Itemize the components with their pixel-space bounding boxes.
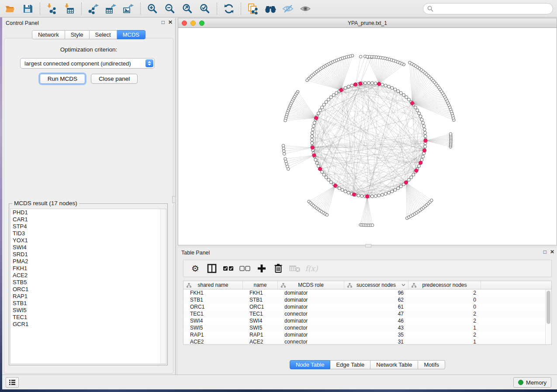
network-node[interactable] [335, 92, 338, 95]
mcds-result-item[interactable]: GCR1 [10, 321, 166, 328]
delete-column-button[interactable] [272, 262, 285, 275]
cell-MCDS-role[interactable]: dominator [278, 317, 344, 324]
show-panels-menu-button[interactable] [6, 377, 19, 388]
network-node[interactable] [387, 85, 391, 88]
window-minimize-traffic-light[interactable] [190, 21, 196, 26]
cell-MCDS-role[interactable]: dominator [278, 303, 344, 310]
mcds-result-item[interactable]: ORC1 [10, 286, 166, 293]
network-node[interactable] [420, 118, 423, 121]
cell-name[interactable]: TEC1 [243, 310, 278, 317]
cell-name[interactable]: ORC1 [243, 303, 278, 310]
open-file-button[interactable] [2, 1, 19, 16]
network-hub-node[interactable] [377, 82, 381, 86]
network-hub-node[interactable] [352, 193, 356, 196]
select-all-checkboxes-button[interactable] [222, 262, 235, 275]
network-node[interactable] [412, 173, 415, 176]
float-panel-icon[interactable]: □ [162, 19, 165, 25]
mcds-result-item[interactable]: ACE2 [10, 272, 166, 279]
cell-predecessor-nodes[interactable]: 2 [408, 289, 481, 296]
network-node[interactable] [329, 96, 332, 99]
network-leaf-node[interactable] [287, 168, 290, 171]
cell-name[interactable]: SWI5 [243, 324, 278, 331]
table-row-ORC1[interactable]: ORC1ORC1dominator610 [183, 303, 545, 310]
cell-predecessor-nodes[interactable]: 1 [408, 324, 481, 331]
show-column-button[interactable] [205, 262, 218, 275]
mcds-result-item[interactable]: SRD1 [10, 251, 166, 258]
cell-predecessor-nodes[interactable]: 1 [408, 338, 481, 344]
mcds-result-list[interactable]: PHD1CAR1STP4TID3YOX1SWI4SRD1PMA2FKH1ACE2… [10, 209, 166, 364]
network-node[interactable] [422, 121, 425, 124]
tab-edge-table[interactable]: Edge Table [330, 360, 370, 369]
save-session-button[interactable] [19, 1, 37, 16]
network-hub-node[interactable] [422, 149, 426, 152]
cell-successor-nodes[interactable]: 43 [344, 324, 408, 331]
column-header-successor-nodes[interactable]: successor nodes [344, 281, 408, 289]
mcds-result-item[interactable]: CAR1 [10, 216, 166, 223]
network-node[interactable] [318, 109, 322, 112]
network-node[interactable] [384, 84, 387, 87]
network-node[interactable] [418, 165, 421, 168]
network-node[interactable] [314, 158, 317, 162]
network-hub-node[interactable] [424, 139, 427, 142]
network-leaf-node[interactable] [449, 133, 452, 136]
network-leaf-node[interactable] [430, 199, 433, 202]
network-node[interactable] [321, 170, 324, 173]
network-node[interactable] [370, 195, 374, 198]
mcds-result-item[interactable]: TEC1 [10, 314, 166, 321]
network-node[interactable] [317, 112, 320, 115]
hide-display-button[interactable] [279, 1, 297, 16]
import-network-button[interactable] [43, 1, 61, 16]
network-node[interactable] [367, 82, 370, 85]
mcds-result-item[interactable]: FKH1 [10, 265, 166, 272]
close-table-panel-icon[interactable]: ✕ [550, 249, 554, 255]
network-node[interactable] [405, 96, 408, 99]
network-node[interactable] [325, 176, 328, 179]
column-header-predecessor-nodes[interactable]: predecessor nodes [408, 281, 481, 289]
mcds-result-item[interactable]: STP4 [10, 223, 166, 230]
cell-successor-nodes[interactable]: 47 [344, 310, 408, 317]
cell-shared-name[interactable]: STB1 [183, 296, 243, 303]
network-node[interactable] [347, 191, 350, 194]
cell-successor-nodes[interactable]: 96 [344, 289, 408, 296]
cell-shared-name[interactable]: ORC1 [183, 303, 243, 310]
cell-name[interactable]: FKH1 [243, 289, 278, 296]
mcds-result-item[interactable]: RAP1 [10, 293, 166, 300]
tab-select[interactable]: Select [90, 30, 117, 39]
network-leaf-node[interactable] [283, 152, 286, 155]
criterion-select[interactable]: largest connected component (undirected) [20, 58, 155, 69]
tab-node-table[interactable]: Node Table [290, 360, 331, 369]
network-node[interactable] [397, 187, 400, 190]
cell-shared-name[interactable]: RAP1 [183, 331, 243, 338]
export-table-button[interactable] [102, 1, 120, 16]
network-node[interactable] [360, 195, 363, 198]
network-hub-node[interactable] [339, 88, 343, 92]
mcds-result-item[interactable]: SWI4 [10, 244, 166, 251]
network-node[interactable] [347, 85, 350, 88]
network-node[interactable] [399, 92, 402, 95]
zoom-out-button[interactable] [161, 1, 179, 16]
memory-button[interactable]: Memory [513, 377, 551, 388]
network-node[interactable] [312, 124, 315, 127]
network-node[interactable] [416, 109, 419, 112]
node-table-scrollbar[interactable] [545, 289, 551, 344]
show-display-button[interactable] [297, 1, 314, 16]
network-node[interactable] [394, 88, 397, 91]
window-close-traffic-light[interactable] [182, 21, 187, 26]
network-node[interactable] [423, 128, 426, 131]
network-hub-node[interactable] [365, 195, 369, 198]
network-leaf-node[interactable] [408, 61, 412, 64]
mcds-result-item[interactable]: YOX1 [10, 237, 166, 244]
cell-shared-name[interactable]: SWI4 [183, 317, 243, 324]
search-input[interactable] [436, 4, 553, 13]
network-hub-node[interactable] [410, 101, 414, 105]
cell-predecessor-nodes[interactable]: 2 [408, 317, 481, 324]
run-mcds-button[interactable]: Run MCDS [40, 74, 85, 84]
mcds-result-item[interactable]: STB1 [10, 300, 166, 307]
network-hub-node[interactable] [312, 154, 316, 157]
mcds-result-item[interactable]: TID3 [10, 230, 166, 237]
network-node[interactable] [374, 82, 377, 85]
zoom-fit-button[interactable] [179, 1, 196, 16]
result-list-scrollbar[interactable] [160, 209, 166, 364]
cell-predecessor-nodes[interactable]: 0 [408, 296, 481, 303]
network-leaf-node[interactable] [282, 144, 285, 147]
